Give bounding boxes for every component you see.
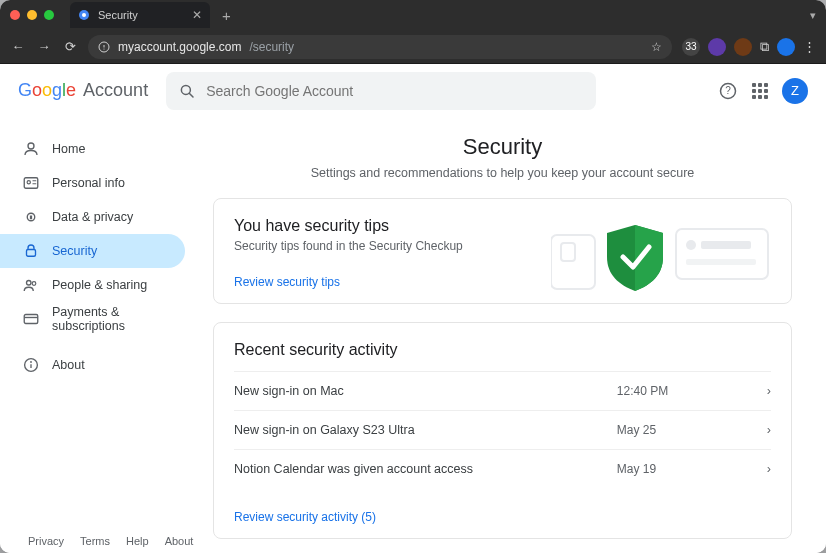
activity-row[interactable]: Notion Calendar was given account access… — [234, 449, 771, 488]
maximize-window-button[interactable] — [44, 10, 54, 20]
sidebar-item-label: Data & privacy — [52, 210, 133, 224]
sidebar-nav: Home Personal info Data & privacy Securi… — [0, 118, 195, 553]
svg-point-4 — [103, 48, 104, 49]
close-tab-icon[interactable]: ✕ — [192, 8, 202, 22]
google-apps-icon[interactable] — [752, 83, 768, 99]
svg-point-9 — [28, 143, 34, 149]
sidebar-item-home[interactable]: Home — [0, 132, 185, 166]
svg-point-17 — [27, 281, 32, 286]
account-avatar[interactable]: Z — [782, 78, 808, 104]
main-content: Security Settings and recommendations to… — [195, 118, 826, 553]
sidebar-item-security[interactable]: Security — [0, 234, 185, 268]
activity-time: 12:40 PM — [617, 384, 767, 398]
svg-point-11 — [27, 181, 30, 184]
bookmark-star-icon[interactable]: ☆ — [651, 40, 662, 54]
svg-rect-24 — [676, 229, 768, 279]
activity-text: New sign-in on Galaxy S23 Ultra — [234, 423, 617, 437]
svg-point-1 — [82, 13, 86, 17]
address-bar: ← → ⟳ myaccount.google.com/security ☆ 33… — [0, 30, 826, 64]
footer-help[interactable]: Help — [126, 535, 149, 547]
review-tips-link[interactable]: Review security tips — [234, 275, 340, 289]
nav-reload-icon[interactable]: ⟳ — [62, 39, 78, 54]
svg-rect-29 — [561, 243, 575, 261]
activity-row[interactable]: New sign-in on Mac 12:40 PM › — [234, 371, 771, 410]
url-path: /security — [249, 40, 294, 54]
minimize-window-button[interactable] — [27, 10, 37, 20]
browser-tab[interactable]: Security ✕ — [70, 2, 210, 28]
extension-icon[interactable] — [734, 38, 752, 56]
svg-point-23 — [30, 361, 32, 363]
titlebar: Security ✕ + ▾ — [0, 0, 826, 30]
chevron-right-icon: › — [767, 384, 771, 398]
extension-icon[interactable] — [708, 38, 726, 56]
tab-title: Security — [98, 9, 138, 21]
search-icon — [178, 82, 196, 100]
nav-forward-icon[interactable]: → — [36, 39, 52, 54]
id-card-icon — [22, 174, 40, 192]
url-field[interactable]: myaccount.google.com/security ☆ — [88, 35, 672, 59]
privacy-icon — [22, 208, 40, 226]
sidebar-item-data-privacy[interactable]: Data & privacy — [0, 200, 185, 234]
activity-text: New sign-in on Mac — [234, 384, 617, 398]
svg-point-18 — [32, 282, 36, 286]
activity-list: New sign-in on Mac 12:40 PM › New sign-i… — [234, 371, 771, 488]
sidebar-item-about[interactable]: About — [0, 348, 185, 382]
home-icon — [22, 140, 40, 158]
shield-illustration — [551, 217, 771, 287]
sidebar-item-label: Home — [52, 142, 85, 156]
sidebar-item-label: Security — [52, 244, 97, 258]
url-host: myaccount.google.com — [118, 40, 241, 54]
page-subtitle: Settings and recommendations to help you… — [213, 166, 792, 180]
svg-line-6 — [189, 93, 193, 97]
tips-desc: Security tips found in the Security Chec… — [234, 239, 531, 253]
sidebar-item-label: About — [52, 358, 85, 372]
browser-menu-icon[interactable]: ⋮ — [803, 39, 816, 54]
extensions-puzzle-icon[interactable]: ⧉ — [760, 39, 769, 55]
footer-terms[interactable]: Terms — [80, 535, 110, 547]
chevron-right-icon: › — [767, 462, 771, 476]
info-icon — [22, 356, 40, 374]
svg-rect-26 — [701, 241, 751, 249]
activity-time: May 19 — [617, 462, 767, 476]
footer-links: Privacy Terms Help About — [28, 535, 193, 547]
svg-point-25 — [686, 240, 696, 250]
people-icon — [22, 276, 40, 294]
security-tips-card: You have security tips Security tips fou… — [213, 198, 792, 304]
footer-about[interactable]: About — [165, 535, 194, 547]
credit-card-icon — [22, 310, 40, 328]
nav-back-icon[interactable]: ← — [10, 39, 26, 54]
sidebar-item-label: Personal info — [52, 176, 125, 190]
new-tab-button[interactable]: + — [216, 7, 237, 24]
svg-text:?: ? — [725, 85, 731, 96]
app-header: Google Account ? Z — [0, 64, 826, 118]
svg-rect-27 — [686, 259, 756, 265]
search-input[interactable] — [206, 83, 584, 99]
search-box[interactable] — [166, 72, 596, 110]
sidebar-item-label: People & sharing — [52, 278, 147, 292]
review-activity-link[interactable]: Review security activity (5) — [234, 510, 376, 524]
svg-rect-10 — [24, 178, 38, 189]
sidebar-item-payments[interactable]: Payments & subscriptions — [0, 302, 185, 336]
window-controls — [10, 10, 54, 20]
google-account-logo[interactable]: Google Account — [18, 80, 148, 101]
sidebar-item-people-sharing[interactable]: People & sharing — [0, 268, 185, 302]
sidebar-item-label: Payments & subscriptions — [52, 305, 177, 333]
activity-row[interactable]: New sign-in on Galaxy S23 Ultra May 25 › — [234, 410, 771, 449]
recent-activity-card: Recent security activity New sign-in on … — [213, 322, 792, 539]
lock-icon — [22, 242, 40, 260]
close-window-button[interactable] — [10, 10, 20, 20]
footer-privacy[interactable]: Privacy — [28, 535, 64, 547]
tips-heading: You have security tips — [234, 217, 531, 235]
svg-rect-15 — [30, 216, 32, 220]
tabs-overflow-icon[interactable]: ▾ — [810, 9, 816, 22]
help-icon[interactable]: ? — [718, 81, 738, 101]
activity-text: Notion Calendar was given account access — [234, 462, 617, 476]
extension-icon[interactable]: 33 — [682, 38, 700, 56]
logo-suffix: Account — [83, 80, 148, 100]
sidebar-item-personal-info[interactable]: Personal info — [0, 166, 185, 200]
page-title: Security — [213, 134, 792, 160]
recent-heading: Recent security activity — [234, 341, 771, 359]
svg-rect-16 — [27, 250, 36, 257]
svg-rect-19 — [24, 315, 38, 324]
profile-avatar-icon[interactable] — [777, 38, 795, 56]
